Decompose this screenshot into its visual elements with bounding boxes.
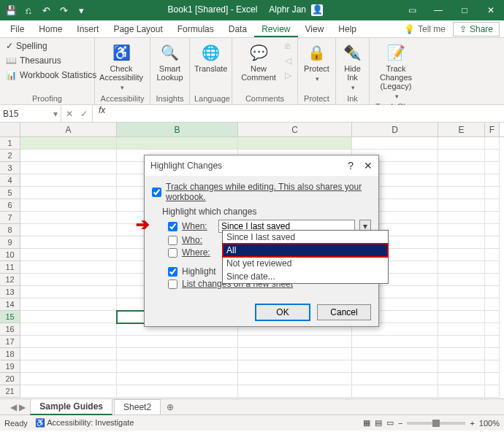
- select-all-corner[interactable]: [0, 123, 20, 136]
- cell[interactable]: [485, 286, 500, 298]
- cell[interactable]: [438, 298, 485, 311]
- smart-lookup-button[interactable]: 🔍Smart Lookup: [155, 39, 185, 82]
- col-header-f[interactable]: F: [485, 123, 500, 136]
- col-header-b[interactable]: B: [117, 123, 238, 136]
- add-sheet-button[interactable]: ⊕: [162, 402, 178, 412]
- cell[interactable]: [438, 274, 485, 286]
- cell[interactable]: [485, 385, 500, 398]
- list-changes-checkbox[interactable]: [168, 279, 177, 289]
- row-header[interactable]: 5: [0, 187, 20, 199]
- thesaurus-button[interactable]: 📖Thesaurus: [4, 54, 98, 67]
- cell[interactable]: [485, 249, 500, 261]
- cell[interactable]: [20, 174, 117, 187]
- cell[interactable]: [117, 336, 238, 348]
- translate-button[interactable]: 🌐Translate: [194, 39, 227, 73]
- cell[interactable]: [485, 336, 500, 348]
- cell[interactable]: [238, 373, 352, 385]
- cell[interactable]: [485, 150, 500, 162]
- cell[interactable]: [485, 360, 500, 373]
- row-header[interactable]: 20: [0, 373, 20, 385]
- cell[interactable]: [438, 150, 485, 162]
- col-header-a[interactable]: A: [20, 123, 117, 136]
- cell[interactable]: [485, 162, 500, 174]
- dialog-close-icon[interactable]: ✕: [364, 160, 373, 171]
- row-header[interactable]: 21: [0, 385, 20, 398]
- cell[interactable]: [117, 373, 238, 385]
- fx-icon[interactable]: fx: [93, 105, 111, 122]
- row-header[interactable]: 11: [0, 261, 20, 274]
- new-comment-button[interactable]: 💬New Comment: [237, 39, 280, 82]
- cell[interactable]: [20, 236, 117, 249]
- cell[interactable]: [485, 212, 500, 224]
- cell[interactable]: [117, 348, 238, 360]
- cell[interactable]: [438, 360, 485, 373]
- workbook-stats-button[interactable]: 📊Workbook Statistics: [4, 69, 98, 82]
- col-header-d[interactable]: D: [352, 123, 438, 136]
- cell[interactable]: [20, 286, 117, 298]
- dd-option-since-date[interactable]: Since date...: [223, 270, 388, 283]
- when-checkbox[interactable]: [168, 222, 177, 231]
- when-dropdown-list[interactable]: Since I last saved All Not yet reviewed …: [222, 230, 389, 284]
- cell[interactable]: [438, 385, 485, 398]
- cell[interactable]: [438, 162, 485, 174]
- save-icon[interactable]: ⎌: [20, 2, 37, 18]
- undo-icon[interactable]: ↶: [38, 2, 54, 18]
- cell[interactable]: [20, 187, 117, 199]
- ok-button[interactable]: OK: [256, 304, 310, 320]
- cell[interactable]: [485, 298, 500, 311]
- sheet-tab-sample-guides[interactable]: Sample Guides: [30, 398, 112, 415]
- highlight-onscreen-checkbox[interactable]: [168, 267, 177, 277]
- cell[interactable]: [20, 249, 117, 261]
- hide-ink-button[interactable]: ✒️Hide Ink: [340, 39, 364, 92]
- cell[interactable]: [438, 261, 485, 274]
- track-changes-button[interactable]: 📝Track Changes (Legacy): [374, 39, 418, 101]
- tab-help[interactable]: Help: [331, 21, 364, 37]
- row-header[interactable]: 18: [0, 348, 20, 360]
- dialog-titlebar[interactable]: Highlight Changes ? ✕: [145, 155, 378, 176]
- cancel-button[interactable]: Cancel: [317, 304, 371, 320]
- cell[interactable]: [352, 137, 438, 150]
- zoom-out-icon[interactable]: −: [398, 419, 402, 428]
- zoom-level[interactable]: 100%: [479, 419, 500, 428]
- cell[interactable]: [438, 249, 485, 261]
- cell[interactable]: [438, 212, 485, 224]
- tab-page-layout[interactable]: Page Layout: [106, 21, 169, 37]
- cell[interactable]: [20, 274, 117, 286]
- ribbon-options-icon[interactable]: ▭: [399, 0, 425, 20]
- tell-me[interactable]: 💡 Tell me: [398, 24, 451, 34]
- cell[interactable]: [438, 236, 485, 249]
- cell[interactable]: [20, 162, 117, 174]
- protect-button[interactable]: 🔒Protect: [302, 39, 331, 83]
- zoom-in-icon[interactable]: +: [470, 419, 474, 428]
- cell[interactable]: [117, 360, 238, 373]
- cell[interactable]: [238, 336, 352, 348]
- cell[interactable]: [485, 261, 500, 274]
- dialog-help-icon[interactable]: ?: [348, 160, 354, 171]
- row-header[interactable]: 1: [0, 137, 20, 150]
- formula-input[interactable]: [111, 105, 504, 122]
- cell[interactable]: [352, 373, 438, 385]
- cell[interactable]: [20, 224, 117, 236]
- dd-option-not-reviewed[interactable]: Not yet reviewed: [223, 257, 388, 270]
- cell[interactable]: [438, 199, 485, 212]
- row-header[interactable]: 6: [0, 199, 20, 212]
- cell[interactable]: [438, 174, 485, 187]
- cell[interactable]: [20, 150, 117, 162]
- cell[interactable]: [352, 348, 438, 360]
- cell[interactable]: [485, 311, 500, 323]
- row-header[interactable]: 13: [0, 286, 20, 298]
- row-header[interactable]: 14: [0, 298, 20, 311]
- col-header-c[interactable]: C: [238, 123, 352, 136]
- cell[interactable]: [20, 137, 117, 150]
- cell[interactable]: [238, 137, 352, 150]
- tab-file[interactable]: File: [3, 21, 31, 37]
- dd-option-all[interactable]: All: [223, 244, 388, 257]
- zoom-slider[interactable]: [407, 422, 465, 425]
- row-header[interactable]: 4: [0, 174, 20, 187]
- cell[interactable]: [438, 286, 485, 298]
- cell[interactable]: [20, 261, 117, 274]
- view-pagebreak-icon[interactable]: ▭: [386, 418, 394, 428]
- cell[interactable]: [20, 212, 117, 224]
- cell[interactable]: [20, 385, 117, 398]
- cell[interactable]: [485, 373, 500, 385]
